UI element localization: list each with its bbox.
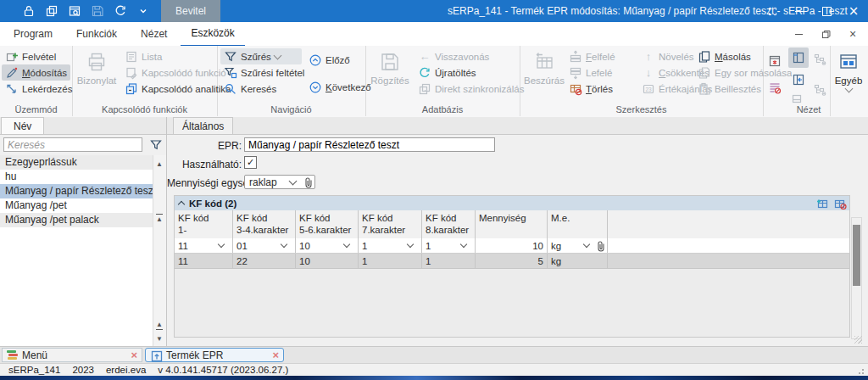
tab-altalanos[interactable]: Általános [173, 117, 233, 134]
kf-kod-3-4-cell[interactable]: 01 [233, 238, 296, 253]
auto-open-window-button[interactable] [765, 51, 785, 71]
add-grid-row-icon[interactable] [815, 197, 829, 210]
panel-resize-grip[interactable] [854, 336, 862, 344]
filter-condition-icon [224, 66, 237, 80]
direct-sync-icon [418, 82, 431, 96]
auto-close-list-button[interactable] [765, 78, 785, 98]
kereses-button[interactable]: Keresés [220, 81, 302, 97]
grid-cell: 22 [233, 254, 296, 268]
toolbar-dropdown-caret-icon[interactable] [136, 4, 150, 18]
unit-combo[interactable]: raklap [244, 175, 315, 189]
reload-icon [418, 66, 431, 80]
me-cell[interactable]: kg [548, 238, 608, 253]
child-close-icon[interactable]: × [846, 27, 860, 41]
paperclip-icon[interactable] [594, 240, 602, 251]
search-input[interactable] [3, 137, 142, 152]
documents-icon[interactable] [45, 4, 58, 18]
kf-kod-7-cell[interactable]: 1 [359, 238, 422, 253]
column-header[interactable]: KF kód7.karakter [359, 210, 422, 238]
column-header[interactable]: KF kód5-6.karakter [296, 210, 359, 238]
close-tab-icon[interactable]: × [272, 349, 279, 360]
delete-row-icon [569, 82, 582, 96]
list-item-selected[interactable]: Műanyag / papír Részletező teszt [0, 184, 153, 198]
quick-access-toolbar [0, 4, 150, 18]
group-caption: Üzemmód [0, 104, 72, 115]
sidebar: Név Ezegyeprlássuk hu Műanyag / papír Ré… [0, 117, 167, 346]
tab-termek-epr[interactable]: Termék EPR × [145, 348, 284, 362]
minimize-icon[interactable] [792, 3, 807, 19]
paperclip-icon[interactable] [302, 176, 310, 187]
sidebar-tab-nev[interactable]: Név [1, 117, 44, 134]
scroll-to-selected-top-icon[interactable]: ▲ [153, 213, 165, 224]
kf-kod-1-2-cell[interactable]: 11 [175, 238, 233, 253]
elozo-button[interactable]: Előző [305, 52, 364, 68]
scroll-up-icon[interactable]: ▲ [153, 159, 165, 170]
kapcsolodo-analitika-button[interactable]: Kapcsolódó analitika [121, 81, 216, 97]
mode-tab-bevitel[interactable]: Bevitel [161, 0, 220, 22]
sidebar-scrollbar[interactable]: ▲ ▲ ▲ ▼ [153, 155, 166, 346]
tab-menu[interactable]: Menü × [2, 348, 142, 362]
menu-program[interactable]: Program [3, 23, 63, 46]
hasznalhato-checkbox[interactable]: ✓ [244, 156, 257, 169]
ujratoltes-button[interactable]: Újratöltés [415, 64, 518, 81]
cell-dropdown-caret-icon [460, 241, 467, 248]
scrollbar-thumb[interactable] [853, 225, 860, 286]
list-item[interactable]: Műanyag /pet [0, 198, 153, 213]
layout-collapse-panel-button[interactable] [788, 70, 809, 90]
child-minimize-icon[interactable] [792, 27, 805, 41]
preview-window-icon[interactable] [68, 4, 81, 18]
row-filler [608, 254, 849, 268]
grid-edit-row: 11 01 10 1 1 10 kg [175, 238, 849, 254]
modositas-button[interactable]: Módosítás [2, 64, 70, 81]
grid-vertical-scrollbar[interactable] [851, 217, 862, 339]
delete-grid-row-icon[interactable] [833, 197, 847, 210]
scroll-down-icon[interactable]: ▼ [153, 333, 165, 344]
column-header[interactable]: KF kód8.karakter [422, 210, 476, 238]
column-header-filler [608, 210, 849, 238]
fit-window-icon[interactable] [765, 3, 780, 19]
epr-input[interactable] [244, 137, 495, 152]
serpa-app-window: Bevitel sERPa_141 - Termék EPR módosítás… [0, 0, 868, 380]
szuresi-feltetel-button[interactable]: Szűrési feltétel [220, 64, 302, 81]
lekerdezes-button[interactable]: Lekérdezés [2, 81, 70, 97]
felvetel-button[interactable]: Felvétel [2, 48, 70, 64]
menu-funkciok[interactable]: Funkciók [66, 23, 127, 46]
column-header[interactable]: M.e. [548, 210, 608, 238]
ribbon-group-kapcsolodo-funkciok: Bizonylat Lista Kapcsolódó funkció Kapcs… [72, 46, 218, 116]
child-restore-icon[interactable] [819, 27, 832, 41]
epr-label: EPR: [167, 140, 242, 152]
column-header[interactable]: KF kód1-2.karakter [175, 210, 233, 238]
grid-group-title: KF kód (2) [189, 198, 236, 209]
close-tab-icon[interactable]: × [131, 349, 137, 360]
status-version: v 4.0.141.45717 (2023.06.27.) [158, 365, 288, 375]
close-icon[interactable]: × [846, 3, 861, 19]
column-header[interactable]: KF kód3-4.karakter [233, 210, 296, 238]
lock-icon[interactable] [22, 4, 36, 18]
filter-icon[interactable] [149, 138, 163, 152]
egyeb-button[interactable]: Egyéb [832, 48, 865, 112]
mennyiseg-cell[interactable]: 10 [476, 238, 548, 253]
ribbon: Felvétel Módosítás Lekérdezés Üzemmód Bi… [0, 46, 868, 118]
scroll-to-selected-bottom-icon[interactable]: ▲ [153, 320, 165, 331]
copy-icon [698, 50, 711, 64]
grid-data-row[interactable]: 11 22 10 1 1 5 kg [175, 254, 849, 269]
kovetkezo-button[interactable]: Következő [305, 79, 364, 95]
window-resize-grip[interactable] [854, 365, 864, 374]
list-item[interactable]: Műanyag /pet palack [0, 213, 153, 227]
group-caption: Adatbázis [365, 104, 520, 115]
ribbon-group-uzemmod: Felvétel Módosítás Lekérdezés Üzemmód [0, 46, 73, 116]
refresh-icon[interactable] [114, 4, 127, 18]
kf-kod-5-6-cell[interactable]: 10 [296, 238, 359, 253]
menu-nezet[interactable]: Nézet [131, 23, 177, 46]
menu-eszkozok[interactable]: Eszközök [181, 22, 244, 47]
layout-bottom-icon [790, 92, 804, 105]
grid-group-header[interactable]: KF kód (2) [175, 196, 849, 211]
maximize-icon[interactable] [819, 3, 834, 19]
list-item[interactable]: Ezegyeprlássuk [0, 155, 153, 170]
layout-left-panel-button[interactable] [788, 48, 809, 68]
list-item[interactable]: hu [0, 170, 153, 184]
szures-button[interactable]: Szűrés [220, 48, 302, 64]
torles-button[interactable]: Törlés [565, 81, 616, 97]
column-header[interactable]: Mennyiség [476, 210, 548, 238]
kf-kod-8-cell[interactable]: 1 [422, 238, 476, 253]
